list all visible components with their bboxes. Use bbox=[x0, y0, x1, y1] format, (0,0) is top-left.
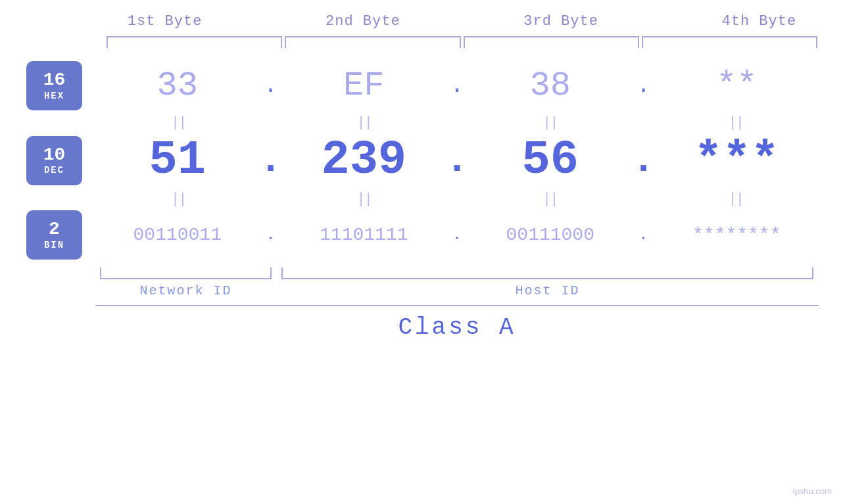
dec-base-label: DEC bbox=[44, 165, 64, 175]
eq2-sign-1: || bbox=[171, 191, 185, 208]
hex-value-4: ** bbox=[716, 66, 757, 105]
class-row: Class A bbox=[95, 305, 819, 341]
host-id-bracket bbox=[281, 267, 813, 279]
eq1-cell-1: || bbox=[95, 114, 262, 131]
bin-value-3: 00111000 bbox=[506, 225, 594, 245]
bin-cell-2: 11101111 bbox=[282, 225, 447, 245]
hex-cell-4: ** bbox=[655, 66, 819, 105]
network-id-bracket bbox=[100, 267, 272, 279]
dec-dot-2: . bbox=[447, 138, 467, 183]
hex-base-number: 16 bbox=[43, 70, 66, 91]
bin-base-number: 2 bbox=[49, 219, 60, 240]
eq1-cell-4: || bbox=[653, 114, 819, 131]
equals-row-2: || || || || bbox=[95, 191, 819, 208]
bin-cell-1: 00110011 bbox=[95, 225, 260, 245]
dec-cell-4: *** bbox=[655, 133, 819, 187]
class-label: Class A bbox=[398, 314, 516, 341]
bin-value-4: ******** bbox=[692, 225, 781, 245]
dec-row: 10 DEC 51 . 239 . 56 . *** bbox=[26, 133, 819, 187]
eq1-cell-3: || bbox=[467, 114, 633, 131]
equals-row-1: || || || || bbox=[95, 114, 819, 131]
hex-row: 16 HEX 33 . EF . 38 . ** bbox=[26, 61, 819, 110]
dec-value-1: 51 bbox=[149, 133, 206, 187]
eq2-cell-1: || bbox=[95, 191, 262, 208]
eq1-sign-3: || bbox=[543, 114, 557, 131]
hex-dot-3: . bbox=[634, 72, 654, 99]
bracket-2 bbox=[285, 36, 460, 48]
bin-base-label: BIN bbox=[44, 240, 64, 250]
host-id-section: Host ID bbox=[276, 267, 819, 298]
bracket-labels-row: Network ID Host ID bbox=[95, 267, 819, 298]
eq2-sign-3: || bbox=[543, 191, 557, 208]
hex-badge: 16 HEX bbox=[26, 61, 82, 110]
hex-cell-1: 33 bbox=[95, 66, 260, 105]
bracket-3 bbox=[464, 36, 639, 48]
dec-cell-2: 239 bbox=[282, 133, 447, 187]
hex-value-3: 38 bbox=[530, 66, 571, 105]
dec-dot-3: . bbox=[634, 138, 654, 183]
eq2-cell-3: || bbox=[467, 191, 633, 208]
bracket-4 bbox=[642, 36, 817, 48]
dec-badge: 10 DEC bbox=[26, 136, 82, 185]
host-id-label: Host ID bbox=[515, 283, 579, 298]
eq2-sign-4: || bbox=[729, 191, 743, 208]
dec-base-number: 10 bbox=[43, 145, 66, 166]
dec-dot-1: . bbox=[261, 138, 281, 183]
bin-value-2: 11101111 bbox=[320, 225, 408, 245]
eq1-cell-2: || bbox=[281, 114, 448, 131]
bracket-1 bbox=[107, 36, 282, 48]
hex-byte-cells: 33 . EF . 38 . ** bbox=[95, 66, 819, 105]
hex-dot-1: . bbox=[261, 72, 281, 99]
eq1-sign-2: || bbox=[357, 114, 372, 131]
hex-cell-3: 38 bbox=[468, 66, 633, 105]
bin-dot-3: . bbox=[634, 226, 654, 244]
network-id-section: Network ID bbox=[95, 267, 276, 298]
dec-byte-cells: 51 . 239 . 56 . *** bbox=[95, 133, 819, 187]
eq2-cell-2: || bbox=[281, 191, 448, 208]
bin-badge: 2 BIN bbox=[26, 210, 82, 260]
byte-header-1: 1st Byte bbox=[66, 13, 264, 30]
byte-headers: 1st Byte 2nd Byte 3rd Byte 4th Byte bbox=[66, 13, 845, 30]
dec-value-4: *** bbox=[694, 133, 779, 187]
hex-value-1: 33 bbox=[157, 66, 198, 105]
main-container: 1st Byte 2nd Byte 3rd Byte 4th Byte 16 H… bbox=[0, 0, 845, 504]
bin-dot-2: . bbox=[447, 226, 467, 244]
bottom-bracket-area: Network ID Host ID bbox=[95, 267, 819, 298]
dec-value-3: 56 bbox=[522, 133, 579, 187]
eq2-sign-2: || bbox=[357, 191, 372, 208]
bin-dot-1: . bbox=[261, 226, 281, 244]
hex-dot-2: . bbox=[447, 72, 467, 99]
bin-cell-3: 00111000 bbox=[468, 225, 633, 245]
hex-cell-2: EF bbox=[282, 66, 447, 105]
bin-row: 2 BIN 00110011 . 11101111 . 00111000 . *… bbox=[26, 210, 819, 260]
dec-cell-3: 56 bbox=[468, 133, 633, 187]
eq1-sign-1: || bbox=[171, 114, 185, 131]
hex-base-label: HEX bbox=[44, 91, 64, 101]
dec-cell-1: 51 bbox=[95, 133, 260, 187]
bin-cell-4: ******** bbox=[655, 225, 819, 245]
bin-value-1: 00110011 bbox=[133, 225, 222, 245]
eq2-cell-4: || bbox=[653, 191, 819, 208]
byte-header-2: 2nd Byte bbox=[264, 13, 462, 30]
watermark: ipshu.com bbox=[793, 486, 832, 496]
top-brackets bbox=[105, 36, 819, 48]
hex-value-2: EF bbox=[343, 66, 384, 105]
byte-header-3: 3rd Byte bbox=[462, 13, 660, 30]
byte-header-4: 4th Byte bbox=[660, 13, 845, 30]
bin-byte-cells: 00110011 . 11101111 . 00111000 . *******… bbox=[95, 225, 819, 245]
eq1-sign-4: || bbox=[729, 114, 743, 131]
network-id-label: Network ID bbox=[139, 283, 231, 298]
dec-value-2: 239 bbox=[321, 133, 406, 187]
